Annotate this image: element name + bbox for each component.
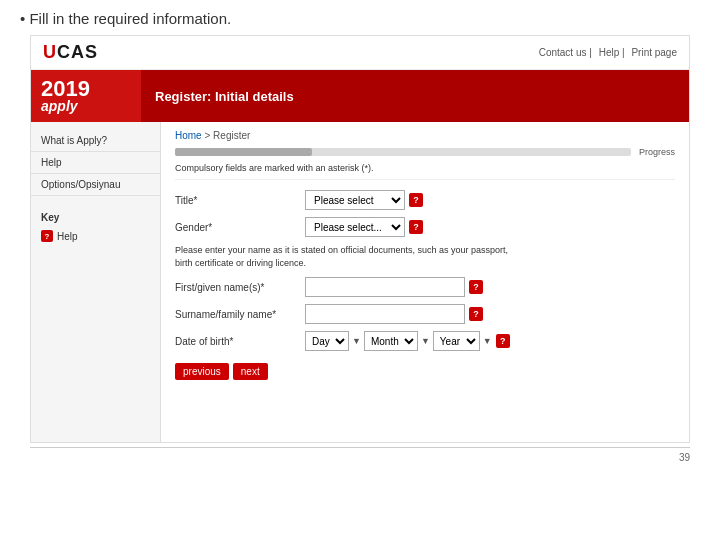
- page-number: 39: [0, 448, 720, 467]
- apply-text: apply: [41, 98, 131, 114]
- progress-row: Progress: [175, 147, 675, 157]
- dob-row: Date of birth* Day ▼ Month ▼ Year: [175, 331, 675, 351]
- help-link[interactable]: Help: [599, 47, 620, 58]
- firstname-help-btn[interactable]: ?: [469, 280, 483, 294]
- breadcrumb-home[interactable]: Home: [175, 130, 202, 141]
- gender-label: Gender*: [175, 222, 305, 233]
- dob-month-arrow: ▼: [421, 336, 430, 346]
- title-select[interactable]: Please select Mr Mrs Miss Ms Dr: [305, 190, 405, 210]
- gender-help-btn[interactable]: ?: [409, 220, 423, 234]
- gender-row: Gender* Please select... Male Female Oth…: [175, 217, 675, 237]
- sep1: |: [589, 47, 594, 58]
- slide-container: UCAS Contact us | Help | Print page 2019…: [30, 35, 690, 443]
- print-link[interactable]: Print page: [631, 47, 677, 58]
- title-label: Title*: [175, 195, 305, 206]
- previous-button[interactable]: previous: [175, 363, 229, 380]
- compulsory-note: Compulsory fields are marked with an ast…: [175, 163, 675, 180]
- surname-control-wrap: ?: [305, 304, 483, 324]
- name-note: Please enter your name as it is stated o…: [175, 244, 515, 269]
- page-title: Register: Initial details: [155, 89, 294, 104]
- dob-day-select[interactable]: Day: [305, 331, 349, 351]
- progress-bar-container: [175, 148, 631, 156]
- dob-control-wrap: Day ▼ Month ▼ Year ▼ ?: [305, 331, 510, 351]
- firstname-control-wrap: ?: [305, 277, 483, 297]
- ucas-header: UCAS Contact us | Help | Print page: [31, 36, 689, 70]
- title-control-wrap: Please select Mr Mrs Miss Ms Dr ?: [305, 190, 423, 210]
- ucas-logo: UCAS: [43, 42, 98, 63]
- sidebar-key-label: Key: [31, 206, 160, 226]
- progress-label: Progress: [639, 147, 675, 157]
- help-key-label: Help: [57, 231, 78, 242]
- gender-control-wrap: Please select... Male Female Other ?: [305, 217, 423, 237]
- next-button[interactable]: next: [233, 363, 268, 380]
- contact-link[interactable]: Contact us: [539, 47, 587, 58]
- form-area: Home > Register Progress Compulsory fiel…: [161, 122, 689, 442]
- surname-row: Surname/family name* ?: [175, 304, 675, 324]
- dob-selects: Day ▼ Month ▼ Year ▼: [305, 331, 492, 351]
- header-links: Contact us | Help | Print page: [535, 47, 677, 58]
- intro-label: Fill in the required information.: [29, 10, 231, 27]
- title-row: Title* Please select Mr Mrs Miss Ms Dr ?: [175, 190, 675, 210]
- breadcrumb-sep: >: [204, 130, 213, 141]
- dob-help-btn[interactable]: ?: [496, 334, 510, 348]
- sidebar-item-options[interactable]: Options/Opsiynau: [31, 174, 160, 196]
- sidebar-item-what-is-apply[interactable]: What is Apply?: [31, 130, 160, 152]
- year-block: 2019 apply: [31, 70, 141, 122]
- surname-label: Surname/family name*: [175, 309, 305, 320]
- dob-day-arrow: ▼: [352, 336, 361, 346]
- sep2: |: [622, 47, 627, 58]
- dob-label: Date of birth*: [175, 336, 305, 347]
- dob-year-select[interactable]: Year: [433, 331, 480, 351]
- intro-text: • Fill in the required information.: [0, 0, 720, 35]
- main-content: What is Apply? Help Options/Opsiynau Key…: [31, 122, 689, 442]
- breadcrumb-register: Register: [213, 130, 250, 141]
- gender-select[interactable]: Please select... Male Female Other: [305, 217, 405, 237]
- dob-year-arrow: ▼: [483, 336, 492, 346]
- sidebar: What is Apply? Help Options/Opsiynau Key…: [31, 122, 161, 442]
- year-number: 2019: [41, 78, 131, 100]
- breadcrumb: Home > Register: [175, 130, 675, 141]
- firstname-input[interactable]: [305, 277, 465, 297]
- title-help-btn[interactable]: ?: [409, 193, 423, 207]
- red-banner: 2019 apply Register: Initial details: [31, 70, 689, 122]
- help-key-icon: ?: [41, 230, 53, 242]
- nav-buttons: previous next: [175, 363, 675, 380]
- logo-u: U: [43, 42, 57, 62]
- banner-title: Register: Initial details: [141, 70, 689, 122]
- firstname-label: First/given name(s)*: [175, 282, 305, 293]
- surname-help-btn[interactable]: ?: [469, 307, 483, 321]
- dob-month-select[interactable]: Month: [364, 331, 418, 351]
- firstname-row: First/given name(s)* ?: [175, 277, 675, 297]
- logo-cas: CAS: [57, 42, 98, 62]
- bullet-point: •: [20, 10, 25, 27]
- sidebar-item-help[interactable]: Help: [31, 152, 160, 174]
- surname-input[interactable]: [305, 304, 465, 324]
- progress-bar-fill: [175, 148, 312, 156]
- sidebar-help-item: ? Help: [31, 226, 160, 246]
